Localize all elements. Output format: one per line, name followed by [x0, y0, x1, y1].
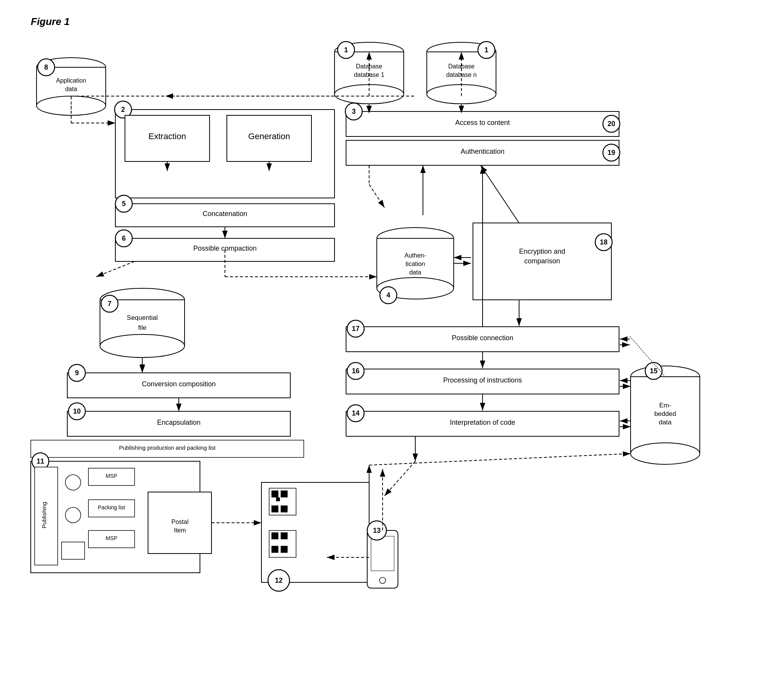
- publish-rect: [62, 542, 85, 559]
- processing-label: Processing of instructions: [443, 376, 522, 384]
- possible-connection-label: Possible connection: [452, 334, 513, 342]
- num-17-text: 17: [352, 325, 360, 333]
- embedded-label3: data: [659, 419, 672, 426]
- qr-block2: [281, 490, 288, 497]
- num-5-text: 5: [122, 200, 126, 208]
- svg-line-12: [96, 261, 135, 277]
- embedded-label: Em-: [659, 402, 671, 409]
- num-1a-text: 1: [344, 46, 348, 54]
- num-3-text: 3: [352, 108, 356, 115]
- page: Figure 1 Database database 1 Database da…: [0, 0, 784, 675]
- qr2-b2: [281, 532, 288, 539]
- msp1-label: MSP: [106, 473, 117, 479]
- interpretation-label: Interpretation of code: [450, 419, 515, 426]
- embedded-label2: bedded: [654, 410, 676, 417]
- publishing-prod-label: Publishing production and packing list: [119, 444, 216, 451]
- appdata-label: Application: [56, 77, 86, 84]
- svg-line-55: [369, 454, 631, 465]
- encryption-label: Encryption and: [519, 248, 565, 255]
- qr-block3: [271, 505, 278, 512]
- figure-title: Figure 1: [31, 16, 70, 27]
- publishing-vert-label: Publishing: [41, 502, 47, 528]
- postal-label: Postal: [171, 519, 188, 525]
- msp2-label: MSP: [106, 535, 117, 541]
- num-14-text: 14: [352, 409, 360, 417]
- num-4-text: 4: [386, 291, 390, 299]
- svg-line-25: [481, 165, 519, 223]
- num-8-text: 8: [44, 63, 48, 71]
- svg-line-53: [385, 461, 415, 496]
- embedded-bottom: [631, 443, 700, 464]
- qr2-b1: [271, 532, 278, 539]
- authdata-label3: data: [409, 269, 421, 276]
- extraction-label: Extraction: [148, 131, 186, 141]
- num-16-text: 16: [352, 367, 360, 375]
- num-12-text: 12: [275, 577, 283, 584]
- num-18-text: 18: [600, 238, 608, 246]
- qr2-b4: [281, 546, 288, 553]
- seqfile-label: Sequential: [127, 314, 158, 321]
- qr-block1: [271, 490, 278, 497]
- authdata-label: Authen-: [404, 252, 426, 259]
- publish-circle1: [65, 475, 81, 490]
- encapsulation-label: Encapsulation: [157, 419, 200, 426]
- num-13-text: 13: [373, 527, 381, 534]
- qr2-b3: [271, 546, 278, 553]
- diagram: Figure 1 Database database 1 Database da…: [0, 0, 784, 675]
- num-11-text: 11: [37, 457, 44, 465]
- postal-label2: Item: [174, 527, 186, 534]
- num-2-text: 2: [121, 106, 125, 113]
- phone-screen: [371, 536, 394, 571]
- num-9-text: 9: [75, 369, 79, 377]
- encryption-label2: comparison: [524, 257, 560, 265]
- num-10-text: 10: [73, 407, 81, 415]
- concatenation-label: Concatenation: [203, 210, 247, 218]
- appdata-label2: data: [65, 86, 77, 92]
- conversion-label: Conversion composition: [142, 380, 216, 388]
- num-6-text: 6: [122, 234, 126, 242]
- seqfile-bottom: [100, 334, 185, 357]
- num-15-text: 15: [650, 367, 657, 375]
- seqfile-label2: file: [138, 324, 146, 331]
- generation-label: Generation: [248, 131, 290, 141]
- num-1b-text: 1: [484, 46, 488, 54]
- num-19-text: 19: [608, 149, 615, 156]
- qr-center: [276, 497, 280, 501]
- authentication-label: Authentication: [461, 148, 504, 155]
- qr-block4: [281, 505, 288, 512]
- svg-line-47: [369, 185, 385, 208]
- num-20-text: 20: [608, 120, 615, 128]
- access-label: Access to content: [455, 119, 510, 126]
- authdata-label2: tication: [406, 261, 425, 267]
- publish-circle2: [65, 507, 81, 523]
- num-7-text: 7: [108, 300, 112, 308]
- packinglist-label: Packing list: [98, 504, 125, 510]
